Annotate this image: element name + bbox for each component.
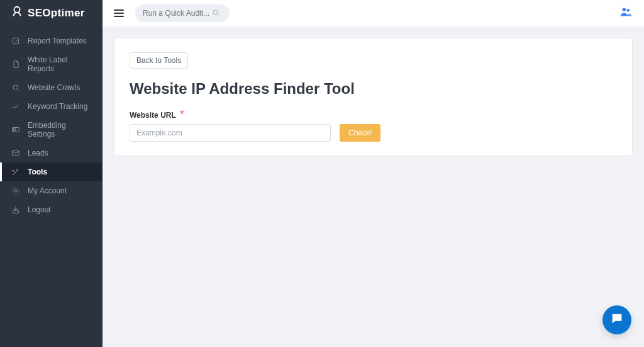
search-input[interactable] xyxy=(143,9,212,18)
svg-point-8 xyxy=(213,10,218,14)
brand-logo[interactable]: SEOptimer xyxy=(0,0,103,26)
wand-icon xyxy=(11,168,20,176)
sidebar: SEOptimer Report Templates White Label R… xyxy=(0,0,103,347)
url-field-label: Website URL * xyxy=(130,109,184,120)
embed-icon xyxy=(11,125,20,134)
svg-point-9 xyxy=(623,8,626,11)
mail-icon xyxy=(11,149,20,157)
content: Back to Tools Website IP Address Finder … xyxy=(103,26,644,347)
svg-point-2 xyxy=(13,85,18,89)
chat-launcher[interactable] xyxy=(602,305,631,334)
sidebar-item-keyword-tracking[interactable]: Keyword Tracking xyxy=(0,97,103,116)
sidebar-item-leads[interactable]: Leads xyxy=(0,144,103,162)
svg-point-6 xyxy=(14,190,17,192)
search-icon xyxy=(212,8,219,19)
tool-card: Back to Tools Website IP Address Finder … xyxy=(114,38,633,156)
sidebar-item-embedding-settings[interactable]: Embedding Settings xyxy=(0,116,103,144)
sidebar-item-my-account[interactable]: My Account xyxy=(0,181,103,200)
trend-icon xyxy=(11,102,20,111)
sidebar-item-label: Embedding Settings xyxy=(28,121,92,139)
logout-icon xyxy=(11,205,20,214)
page-title: Website IP Address Finder Tool xyxy=(130,80,617,98)
menu-toggle-icon[interactable] xyxy=(114,9,124,17)
sidebar-nav: Report Templates White Label Reports Web… xyxy=(0,26,103,219)
sidebar-item-label: Report Templates xyxy=(28,37,87,45)
sidebar-item-label: White Label Reports xyxy=(28,55,92,73)
sidebar-item-white-label-reports[interactable]: White Label Reports xyxy=(0,50,103,78)
sidebar-item-label: Tools xyxy=(28,168,47,176)
svg-rect-7 xyxy=(13,210,18,213)
quick-audit-search[interactable] xyxy=(135,4,230,22)
gear-icon xyxy=(11,186,20,195)
back-to-tools-link[interactable]: Back to Tools xyxy=(130,52,188,69)
website-url-input[interactable] xyxy=(130,124,331,142)
brand-name: SEOptimer xyxy=(28,7,85,20)
sidebar-item-website-crawls[interactable]: Website Crawls xyxy=(0,78,103,97)
required-mark: * xyxy=(180,109,184,120)
chat-icon xyxy=(610,312,624,328)
svg-rect-4 xyxy=(14,128,16,131)
users-icon[interactable] xyxy=(619,10,633,21)
sidebar-item-logout[interactable]: Logout xyxy=(0,200,103,219)
sidebar-item-report-templates[interactable]: Report Templates xyxy=(0,31,103,50)
svg-rect-1 xyxy=(13,38,18,43)
sidebar-item-label: Website Crawls xyxy=(28,83,80,92)
svg-point-10 xyxy=(626,9,630,12)
sidebar-item-label: My Account xyxy=(28,186,67,195)
svg-point-0 xyxy=(16,9,18,11)
spider-icon xyxy=(11,83,20,92)
topbar xyxy=(103,0,644,26)
sidebar-item-label: Logout xyxy=(28,205,51,214)
sidebar-item-label: Keyword Tracking xyxy=(28,102,87,111)
svg-rect-5 xyxy=(13,151,19,156)
file-icon xyxy=(11,60,20,69)
check-button[interactable]: Check! xyxy=(340,124,380,142)
sidebar-item-label: Leads xyxy=(28,149,48,157)
url-form: Website URL * Check! xyxy=(130,109,617,142)
sidebar-item-tools[interactable]: Tools xyxy=(0,162,103,181)
brand-icon xyxy=(10,5,24,21)
edit-square-icon xyxy=(11,37,20,45)
